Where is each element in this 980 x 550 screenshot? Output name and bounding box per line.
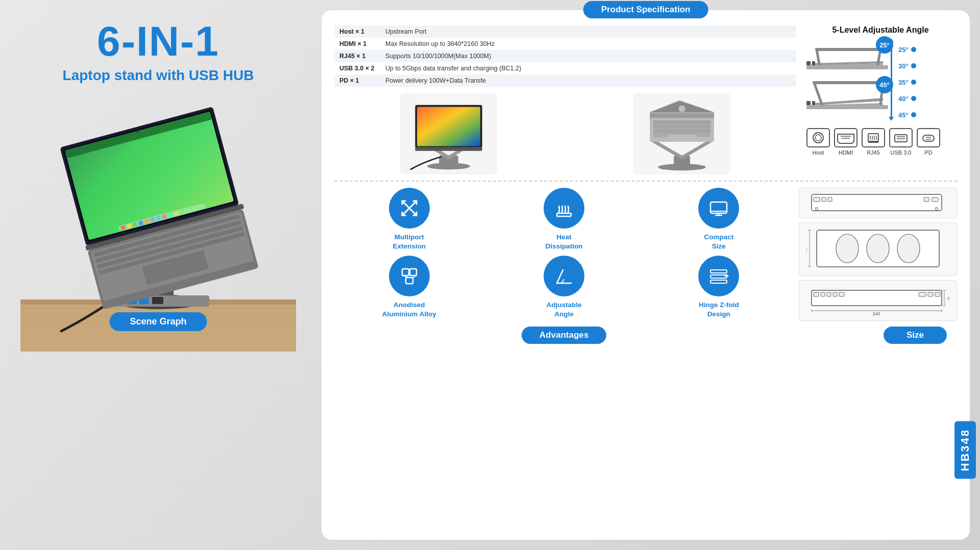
advantage-aluminium: AnodisedAluminium Alloy: [334, 256, 484, 318]
ports-row: Host HDMI: [804, 128, 943, 156]
bottom-section: MultiportExtension: [334, 188, 957, 334]
compact-icon: [698, 188, 739, 229]
spec-col1: USB 3.0 × 2: [334, 62, 380, 74]
svg-point-133: [897, 234, 920, 263]
svg-marker-63: [650, 114, 714, 118]
svg-point-64: [679, 106, 685, 112]
adjustable-icon: [544, 256, 584, 296]
svg-rect-119: [710, 270, 727, 273]
angle-scale-35: 35°: [898, 74, 916, 90]
advantage-multiport: MultiportExtension: [334, 188, 484, 251]
spec-col1: RJ45 × 1: [334, 50, 380, 62]
port-item-host: Host: [806, 128, 830, 156]
size-label: Size: [884, 327, 947, 344]
advantages-label: Advantages: [522, 327, 606, 344]
svg-rect-76: [815, 48, 882, 51]
heat-icon: [544, 188, 584, 229]
product-id-badge: HB348: [954, 421, 976, 479]
main-title: 6-IN-1: [97, 20, 219, 62]
svg-rect-70: [668, 135, 696, 140]
size-section: 60: [799, 188, 957, 334]
svg-rect-126: [924, 197, 929, 202]
svg-rect-98: [895, 135, 907, 142]
svg-rect-122: [812, 194, 942, 211]
advantage-text-aluminium: AnodisedAluminium Alloy: [382, 301, 436, 318]
spec-col2: Up to 5Gbps data transfer and charging (…: [380, 62, 796, 74]
spec-col2: Supports 10/100/1000M(Max 1000M): [380, 50, 796, 62]
specs-and-images: Host × 1Upstream PortHDMI × 1Max Resolut…: [334, 26, 796, 174]
svg-rect-142: [833, 292, 837, 296]
svg-rect-145: [928, 292, 933, 296]
table-row: USB 3.0 × 2Up to 5Gbps data transfer and…: [334, 62, 796, 74]
angle-scale-45: 45°: [898, 107, 916, 123]
product-photo-2: [633, 93, 730, 174]
angle-scale-30: 30°: [898, 58, 916, 74]
spec-col1: Host × 1: [334, 26, 380, 38]
svg-line-74: [817, 49, 819, 64]
svg-rect-139: [814, 292, 819, 296]
angle-img-25: 25°: [804, 39, 893, 69]
svg-rect-85: [806, 101, 811, 105]
hinge-icon: [698, 256, 739, 296]
port-icon-pd: [917, 128, 940, 147]
spec-col2: Max Resolution up to 3840*2160 30Hz: [380, 38, 796, 50]
advantage-compact: CompactSize: [644, 188, 794, 251]
svg-text:60: 60: [806, 248, 808, 253]
port-label-rj45: RJ45: [867, 149, 880, 156]
svg-line-57: [682, 141, 710, 158]
advantage-text-multiport: MultiportExtension: [393, 233, 426, 251]
spec-col1: PD × 1: [334, 74, 380, 87]
svg-rect-19: [152, 297, 163, 304]
port-item-hdmi: HDMI: [834, 128, 857, 156]
svg-line-118: [557, 270, 563, 283]
size-drawing-bottom: 240 27: [799, 280, 957, 321]
port-icon-host: [806, 128, 830, 147]
size-drawings: 60: [799, 188, 957, 321]
angle-diagrams: 25°: [804, 39, 916, 123]
svg-rect-92: [868, 134, 878, 142]
svg-point-87: [813, 133, 823, 143]
sub-title: Laptop stand with USB HUB: [63, 67, 254, 84]
multiport-icon: [389, 188, 430, 229]
svg-marker-89: [838, 134, 854, 143]
svg-rect-140: [821, 292, 825, 296]
svg-rect-106: [557, 213, 571, 216]
size-drawing-top: [799, 188, 957, 218]
svg-text:27: 27: [947, 296, 949, 301]
product-photos: [334, 93, 796, 174]
table-row: PD × 1Power delivery 100W+Data Transfe: [334, 74, 796, 87]
svg-rect-125: [828, 197, 832, 202]
advantages-grid: MultiportExtension: [334, 188, 794, 334]
svg-rect-77: [806, 61, 811, 65]
svg-rect-123: [814, 197, 820, 202]
angle-section: 5-Level Adjustable Angle: [804, 26, 957, 174]
svg-rect-78: [812, 61, 815, 65]
port-item-rj45: RJ45: [862, 128, 885, 156]
size-drawing-front: 60: [799, 222, 957, 276]
svg-rect-97: [868, 141, 878, 143]
svg-rect-146: [935, 292, 940, 296]
table-row: RJ45 × 1Supports 10/100/1000M(Max 1000M): [334, 50, 796, 62]
svg-rect-144: [919, 292, 926, 296]
table-row: Host × 1Upstream Port: [334, 26, 796, 38]
port-icon-usb: [889, 128, 913, 147]
angle-images: 25°: [804, 39, 893, 109]
svg-point-131: [836, 234, 859, 263]
svg-text:240: 240: [872, 311, 880, 316]
table-row: HDMI × 1Max Resolution up to 3840*2160 3…: [334, 38, 796, 50]
advantage-text-angle: AdjustableAngle: [546, 301, 581, 318]
spec-table: Host × 1Upstream PortHDMI × 1Max Resolut…: [334, 26, 796, 87]
svg-point-128: [815, 207, 818, 210]
advantage-hinge: Hinge Z-foldDesign: [644, 256, 794, 318]
angle-title: 5-Level Adjustable Angle: [804, 26, 957, 35]
svg-rect-86: [812, 101, 815, 105]
section-divider: [334, 181, 957, 182]
svg-point-88: [815, 135, 821, 141]
svg-rect-69: [653, 130, 711, 133]
svg-rect-120: [710, 275, 727, 278]
svg-rect-127: [932, 197, 938, 202]
angle-scale-40: 40°: [898, 90, 916, 107]
svg-rect-143: [839, 292, 844, 296]
svg-point-132: [867, 234, 889, 263]
svg-rect-112: [402, 269, 409, 276]
